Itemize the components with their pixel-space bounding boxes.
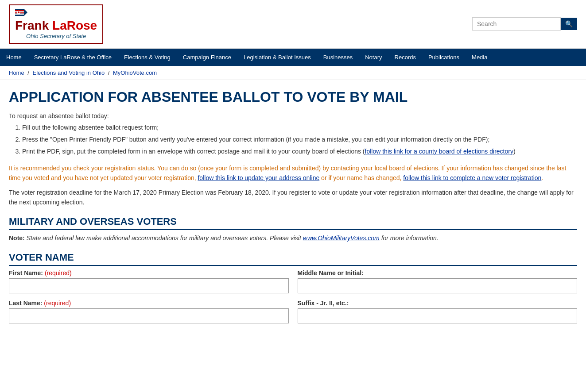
search-area: 🔍 [472, 17, 577, 31]
main-nav: Home Secretary LaRose & the Office Elect… [0, 49, 586, 66]
name-row-1: First Name: (required) Middle Name or In… [9, 269, 577, 293]
svg-rect-8 [15, 14, 24, 15]
county-board-link[interactable]: follow this link for a county board of e… [365, 148, 513, 155]
first-name-input[interactable] [9, 278, 289, 293]
breadcrumb-sep1: / [27, 69, 31, 76]
suffix-input[interactable] [298, 308, 578, 323]
nav-campaign-finance[interactable]: Campaign Finance [177, 49, 237, 66]
breadcrumb-sep2: / [108, 69, 111, 76]
main-content: APPLICATION FOR ABSENTEE BALLOT TO VOTE … [0, 80, 586, 339]
logo-area: Frank LaRose Ohio Secretary of State [9, 4, 103, 44]
nav-records[interactable]: Records [388, 49, 422, 66]
voter-name-section-title: VOTER NAME [9, 252, 577, 266]
note-label: Note: [9, 234, 25, 242]
nav-notary[interactable]: Notary [359, 49, 388, 66]
first-name-required: (required) [45, 269, 72, 277]
first-name-label: First Name: (required) [9, 269, 289, 277]
nav-secretary[interactable]: Secretary LaRose & the Office [28, 49, 118, 66]
nav-home[interactable]: Home [0, 49, 28, 66]
logo-first-name: Frank [15, 19, 49, 32]
nav-publications[interactable]: Publications [422, 49, 466, 66]
steps-list: Fill out the following absentee ballot r… [22, 123, 577, 156]
suffix-group: Suffix - Jr. II, etc.: [298, 300, 578, 323]
name-row-2: Last Name: (required) Suffix - Jr. II, e… [9, 300, 577, 323]
middle-name-group: Middle Name or Initial: [298, 269, 578, 293]
breadcrumb: Home / Elections and Voting in Ohio / My… [0, 66, 586, 80]
breadcrumb-elections[interactable]: Elections and Voting in Ohio [33, 69, 105, 76]
middle-name-input[interactable] [298, 278, 578, 293]
ohio-military-votes-link[interactable]: www.OhioMilitaryVotes.com [303, 234, 380, 242]
military-section-title: MILITARY AND OVERSEAS VOTERS [9, 216, 577, 230]
first-name-group: First Name: (required) [9, 269, 289, 293]
step-1: Fill out the following absentee ballot r… [22, 123, 577, 132]
new-registration-link[interactable]: follow this link to complete a new voter… [403, 174, 541, 181]
logo-box: Frank LaRose Ohio Secretary of State [9, 4, 103, 44]
svg-point-11 [18, 12, 19, 13]
ohio-flag-icon [15, 9, 27, 17]
last-name-label: Last Name: (required) [9, 300, 289, 307]
last-name-required: (required) [44, 300, 71, 307]
nav-elections[interactable]: Elections & Voting [118, 49, 177, 66]
nav-media[interactable]: Media [466, 49, 493, 66]
search-input[interactable] [472, 17, 561, 31]
step-2: Press the "Open Printer Friendly PDF" bu… [22, 135, 577, 144]
step-3: Print the PDF, sign, put the completed f… [22, 147, 577, 156]
update-address-link[interactable]: follow this link to update your address … [198, 174, 319, 181]
last-name-group: Last Name: (required) [9, 300, 289, 323]
middle-name-label: Middle Name or Initial: [298, 269, 578, 277]
intro-text: To request an absentee ballot today: [9, 112, 577, 119]
search-button[interactable]: 🔍 [561, 18, 577, 30]
logo-name: Frank LaRose [15, 19, 97, 33]
svg-rect-4 [15, 9, 24, 10]
voter-reg-deadline-text: The voter registration deadline for the … [9, 188, 577, 208]
nav-businesses[interactable]: Businesses [317, 49, 359, 66]
page-title: APPLICATION FOR ABSENTEE BALLOT TO VOTE … [9, 89, 577, 105]
last-name-input[interactable] [9, 308, 289, 323]
logo-subtitle: Ohio Secretary of State [15, 33, 97, 39]
suffix-label: Suffix - Jr. II, etc.: [298, 300, 578, 307]
nav-legislation[interactable]: Legislation & Ballot Issues [237, 49, 317, 66]
breadcrumb-home[interactable]: Home [9, 69, 24, 76]
svg-rect-9 [15, 15, 24, 16]
breadcrumb-myohiovote[interactable]: MyOhioVote.com [113, 69, 157, 76]
logo-last-name: LaRose [52, 19, 97, 32]
svg-rect-5 [15, 10, 24, 12]
info-paragraph: It is recommended you check your registr… [9, 163, 577, 183]
military-note: Note: State and federal law make additio… [9, 234, 577, 243]
site-header: Frank LaRose Ohio Secretary of State 🔍 [0, 0, 586, 49]
